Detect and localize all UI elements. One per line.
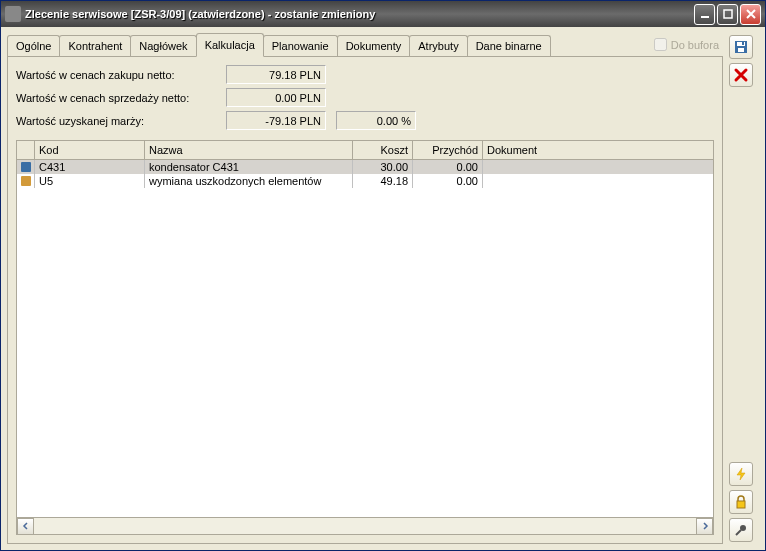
tab-kontrahent[interactable]: Kontrahent	[59, 35, 131, 56]
scroll-left-button[interactable]	[17, 518, 34, 535]
pin-button[interactable]	[729, 518, 753, 542]
col-koszt[interactable]: Koszt	[353, 141, 413, 159]
service-order-window: Zlecenie serwisowe [ZSR-3/09] (zatwierdz…	[0, 0, 766, 551]
purchase-label: Wartość w cenach zakupu netto:	[16, 69, 226, 81]
col-przychod[interactable]: Przychód	[413, 141, 483, 159]
scroll-track[interactable]	[34, 518, 696, 535]
svg-rect-6	[738, 48, 744, 52]
row-icon-cell	[17, 174, 35, 188]
table-row[interactable]: C431kondensator C43130.000.00	[17, 160, 713, 174]
tab-bar: Ogólne Kontrahent Nagłówek Kalkulacja Pl…	[7, 33, 723, 57]
cell-dokument	[483, 160, 713, 174]
cell-przychod: 0.00	[413, 160, 483, 174]
lightning-icon	[733, 466, 749, 482]
tab-atrybuty[interactable]: Atrybuty	[409, 35, 467, 56]
purchase-value: 79.18 PLN	[226, 65, 326, 84]
cell-kod: C431	[35, 160, 145, 174]
item-icon	[20, 161, 32, 173]
titlebar[interactable]: Zlecenie serwisowe [ZSR-3/09] (zatwierdz…	[1, 1, 765, 27]
save-button[interactable]	[729, 35, 753, 59]
col-kod[interactable]: Kod	[35, 141, 145, 159]
tab-dokumenty[interactable]: Dokumenty	[337, 35, 411, 56]
cell-nazwa: wymiana uszkodzonych elementów	[145, 174, 353, 188]
minimize-button[interactable]	[694, 4, 715, 25]
cell-dokument	[483, 174, 713, 188]
col-icon[interactable]	[17, 141, 35, 159]
sale-label: Wartość w cenach sprzedaży netto:	[16, 92, 226, 104]
table-row[interactable]: U5wymiana uszkodzonych elementów49.180.0…	[17, 174, 713, 188]
main-panel: Ogólne Kontrahent Nagłówek Kalkulacja Pl…	[7, 33, 723, 544]
tab-ogolne[interactable]: Ogólne	[7, 35, 60, 56]
sale-value: 0.00 PLN	[226, 88, 326, 107]
summary-margin: Wartość uzyskanej marży: -79.18 PLN 0.00…	[16, 111, 714, 130]
grid-header: Kod Nazwa Koszt Przychód Dokument	[17, 141, 713, 160]
summary-sale: Wartość w cenach sprzedaży netto: 0.00 P…	[16, 88, 714, 107]
tab-dane-binarne[interactable]: Dane binarne	[467, 35, 551, 56]
summary-purchase: Wartość w cenach zakupu netto: 79.18 PLN	[16, 65, 714, 84]
grid-body[interactable]: C431kondensator C43130.000.00U5wymiana u…	[17, 160, 713, 517]
item-icon	[20, 175, 32, 187]
margin-value: -79.18 PLN	[226, 111, 326, 130]
svg-rect-3	[21, 176, 31, 186]
content-area: Ogólne Kontrahent Nagłówek Kalkulacja Pl…	[1, 27, 765, 550]
window-title: Zlecenie serwisowe [ZSR-3/09] (zatwierdz…	[25, 8, 694, 20]
window-controls	[694, 4, 761, 25]
margin-pct: 0.00 %	[336, 111, 416, 130]
buffer-label: Do bufora	[671, 39, 719, 51]
lock-icon	[733, 494, 749, 510]
kalkulacja-panel: Wartość w cenach zakupu netto: 79.18 PLN…	[7, 57, 723, 544]
col-dokument[interactable]: Dokument	[483, 141, 713, 159]
svg-rect-1	[724, 10, 732, 18]
cell-koszt: 30.00	[353, 160, 413, 174]
cell-nazwa: kondensator C431	[145, 160, 353, 174]
svg-rect-7	[742, 42, 744, 45]
floppy-icon	[733, 39, 749, 55]
svg-rect-8	[737, 501, 745, 508]
svg-rect-2	[21, 162, 31, 172]
buffer-checkbox[interactable]	[654, 38, 667, 51]
cell-przychod: 0.00	[413, 174, 483, 188]
tab-naglowek[interactable]: Nagłówek	[130, 35, 196, 56]
scroll-right-button[interactable]	[696, 518, 713, 535]
refresh-button[interactable]	[729, 462, 753, 486]
col-nazwa[interactable]: Nazwa	[145, 141, 353, 159]
tab-planowanie[interactable]: Planowanie	[263, 35, 338, 56]
cancel-button[interactable]	[729, 63, 753, 87]
svg-rect-0	[701, 16, 709, 18]
action-sidebar	[729, 33, 759, 544]
margin-label: Wartość uzyskanej marży:	[16, 115, 226, 127]
row-icon-cell	[17, 160, 35, 174]
cell-kod: U5	[35, 174, 145, 188]
cell-koszt: 49.18	[353, 174, 413, 188]
pushpin-icon	[733, 522, 749, 538]
x-icon	[733, 67, 749, 83]
horizontal-scrollbar[interactable]	[17, 517, 713, 534]
close-button[interactable]	[740, 4, 761, 25]
tab-kalkulacja[interactable]: Kalkulacja	[196, 33, 264, 57]
buffer-checkbox-wrap[interactable]: Do bufora	[654, 38, 723, 51]
app-icon	[5, 6, 21, 22]
calculation-grid: Kod Nazwa Koszt Przychód Dokument C431ko…	[16, 140, 714, 535]
lock-button[interactable]	[729, 490, 753, 514]
maximize-button[interactable]	[717, 4, 738, 25]
